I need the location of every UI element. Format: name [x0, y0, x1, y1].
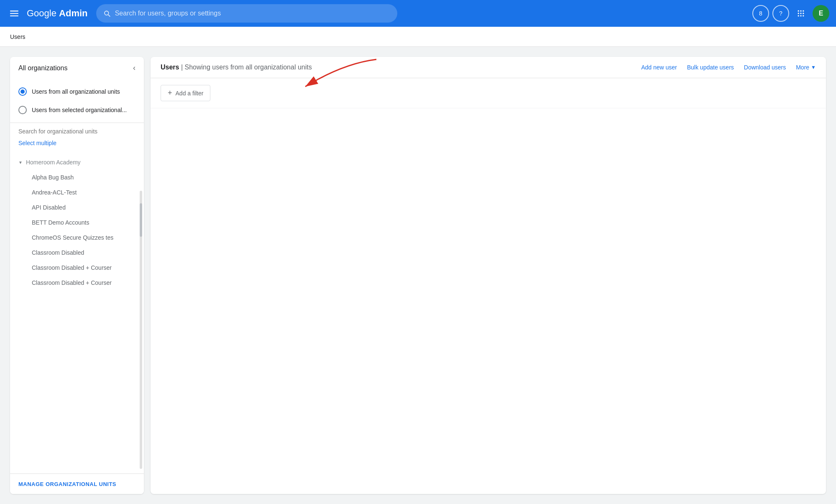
user-avatar-btn[interactable]: E — [813, 5, 829, 22]
org-child-item[interactable]: Classroom Disabled — [10, 245, 144, 260]
search-input[interactable] — [115, 10, 391, 17]
manage-org-footer: MANAGE ORGANIZATIONAL UNITS — [10, 473, 144, 494]
org-tree: ▼ Homeroom Academy Alpha Bug Bash Andrea… — [10, 151, 144, 473]
svg-point-9 — [798, 15, 799, 16]
sidebar-collapse-btn[interactable]: ‹ — [133, 64, 135, 72]
radio-all-orgs[interactable]: Users from all organizational units — [10, 82, 144, 101]
svg-rect-1 — [10, 13, 18, 14]
hamburger-menu-icon[interactable] — [7, 6, 22, 21]
svg-point-4 — [800, 10, 801, 12]
radio-selected-orgs-circle — [18, 106, 27, 114]
org-child-item[interactable]: ChromeOS Secure Quizzes tes — [10, 230, 144, 245]
svg-rect-2 — [10, 15, 18, 16]
breadcrumb-text: Users — [10, 33, 26, 40]
org-child-item[interactable]: Alpha Bug Bash — [10, 170, 144, 185]
svg-point-5 — [803, 10, 804, 12]
breadcrumb-bar: Users — [0, 27, 836, 47]
more-label: More — [796, 64, 809, 71]
add-filter-btn[interactable]: + Add a filter — [161, 85, 210, 101]
header-actions: Add new user Bulk update users Download … — [641, 64, 816, 71]
radio-selected-orgs[interactable]: Users from selected organizational... — [10, 101, 144, 119]
plus-icon: + — [168, 89, 172, 97]
org-child-item[interactable]: BETT Demo Accounts — [10, 215, 144, 230]
expand-icon: ▼ — [18, 160, 23, 165]
content-title-separator: | — [179, 64, 184, 71]
svg-point-11 — [803, 15, 804, 16]
content-area — [151, 108, 826, 122]
content-panel: Users | Showing users from all organizat… — [151, 57, 826, 494]
radio-all-orgs-label: Users from all organizational units — [32, 88, 120, 95]
org-child-item[interactable]: Classroom Disabled + Courser — [10, 260, 144, 275]
sidebar-panel: All organizations ‹ Users from all organ… — [10, 57, 144, 494]
svg-point-10 — [800, 15, 801, 16]
svg-point-7 — [800, 13, 801, 14]
radio-options-list: Users from all organizational units User… — [10, 79, 144, 123]
top-nav-bar: Google Admin 8 ? E — [0, 0, 836, 27]
content-header: Users | Showing users from all organizat… — [151, 57, 826, 78]
main-content: All organizations ‹ Users from all organ… — [0, 47, 836, 504]
filter-bar: + Add a filter — [151, 78, 826, 108]
org-parent-item[interactable]: ▼ Homeroom Academy — [10, 155, 144, 170]
svg-point-8 — [803, 13, 804, 14]
dropdown-arrow-icon: ▼ — [811, 64, 816, 70]
org-child-item[interactable]: Classroom Disabled + Courser — [10, 275, 144, 290]
radio-selected-orgs-label: Users from selected organizational... — [32, 107, 127, 113]
support-icon-btn[interactable]: 8 — [752, 5, 769, 22]
content-title: Users | Showing users from all organizat… — [161, 64, 312, 71]
svg-rect-0 — [10, 10, 18, 11]
radio-all-orgs-circle — [18, 87, 27, 96]
svg-point-3 — [798, 10, 799, 12]
add-new-user-link[interactable]: Add new user — [641, 64, 677, 71]
search-icon — [103, 9, 111, 18]
scrollbar-track — [140, 191, 142, 469]
svg-point-6 — [798, 13, 799, 14]
scrollbar-thumb[interactable] — [140, 203, 142, 237]
grid-icon — [797, 9, 805, 18]
select-multiple-link[interactable]: Select multiple — [10, 140, 144, 151]
download-users-link[interactable]: Download users — [744, 64, 786, 71]
sidebar-header: All organizations ‹ — [10, 57, 144, 79]
help-icon-btn[interactable]: ? — [772, 5, 789, 22]
sidebar-title: All organizations — [18, 64, 67, 72]
apps-icon-btn[interactable] — [793, 5, 809, 22]
app-logo: Google Admin — [27, 8, 88, 19]
global-search-bar[interactable] — [96, 4, 397, 23]
add-filter-label: Add a filter — [176, 90, 204, 97]
org-search-input[interactable] — [18, 128, 135, 135]
bulk-update-users-link[interactable]: Bulk update users — [687, 64, 734, 71]
org-child-item[interactable]: Andrea-ACL-Test — [10, 185, 144, 200]
content-title-bold: Users — [161, 64, 179, 71]
org-child-item[interactable]: API Disabled — [10, 200, 144, 215]
manage-org-units-btn[interactable]: MANAGE ORGANIZATIONAL UNITS — [18, 481, 116, 487]
content-title-subtitle: Showing users from all organizational un… — [185, 64, 312, 71]
more-dropdown-btn[interactable]: More ▼ — [796, 64, 816, 71]
org-parent-label: Homeroom Academy — [26, 159, 81, 166]
topbar-right-actions: 8 ? E — [752, 5, 829, 22]
